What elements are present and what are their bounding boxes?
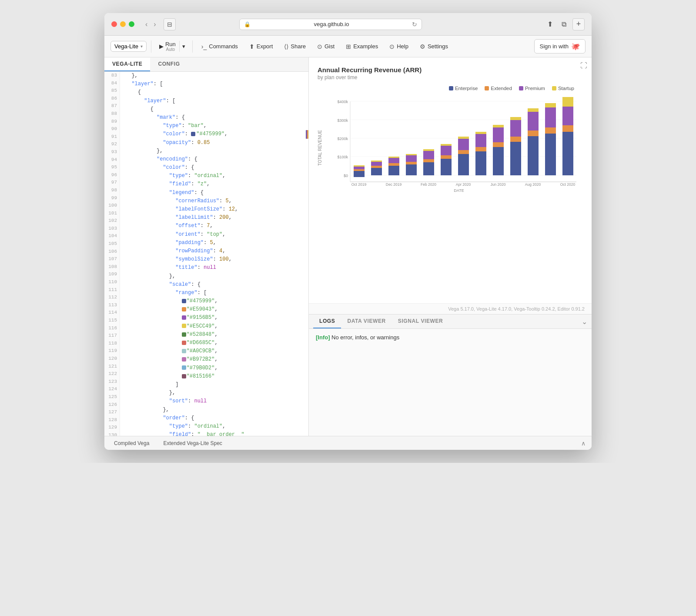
bar-sep20-extended: [545, 127, 556, 134]
tab-data-viewer[interactable]: DATA VIEWER: [341, 315, 392, 328]
bar-aug20-extended: [528, 131, 539, 136]
sidebar-toggle[interactable]: ⊟: [164, 18, 176, 30]
code-line-85: {: [125, 88, 303, 97]
ln-86: 86: [107, 95, 117, 103]
extended-spec-tab[interactable]: Extended Vega-Lite Spec: [160, 439, 225, 448]
share-button[interactable]: ⟨⟩ Share: [280, 41, 310, 52]
ln-108: 108: [107, 263, 117, 271]
run-button[interactable]: ▶ Run Auto ▾: [156, 39, 188, 54]
code-line-98: "cornerRadius": 5,: [125, 197, 303, 205]
maximize-button[interactable]: [129, 21, 134, 27]
code-line-126: "field": "__bar_order__": [125, 431, 303, 436]
version-bar: Vega 5.17.0, Vega-Lite 4.17.0, Vega-Tool…: [309, 304, 592, 314]
app-window: ‹ › ⊟ 🔒 vega.github.io ↻ ⬆ ⧉ + Vega-Lite…: [104, 13, 592, 450]
ln-106: 106: [107, 248, 117, 256]
back-button[interactable]: ‹: [143, 20, 150, 29]
share-page-button[interactable]: ⬆: [545, 18, 555, 30]
bar-dec19-startup: [388, 157, 399, 158]
bar-feb20-enterprise: [423, 162, 434, 175]
help-icon: ⊙: [389, 43, 395, 50]
examples-icon: ⊞: [346, 43, 351, 50]
bar-aug20-premium: [528, 112, 539, 131]
legend-premium: Premium: [519, 86, 545, 91]
code-line-99: "labelFontSize": 12,: [125, 205, 303, 214]
bar-apr20-premium: [458, 139, 469, 150]
code-line-116: "#A0C9CB",: [125, 347, 303, 355]
tab-vega-lite[interactable]: VEGA-LITE: [104, 57, 150, 71]
bar-may20-premium: [475, 134, 486, 147]
settings-button[interactable]: ⚙ Settings: [415, 41, 452, 52]
ln-101: 101: [107, 210, 117, 218]
chart-main: $400k $300k $200k $100k $0: [326, 97, 583, 198]
code-line-111: "#E59043",: [125, 305, 303, 314]
ln-110: 110: [107, 278, 117, 286]
bar-dec19-extended: [388, 163, 399, 166]
reload-icon[interactable]: ↻: [412, 21, 417, 28]
code-line-89: "type": "bar",: [125, 122, 303, 130]
ln-116: 116: [107, 325, 117, 332]
status-collapse-button[interactable]: ∧: [581, 440, 586, 447]
bar-feb20-startup: [423, 149, 434, 151]
ln-121: 121: [107, 363, 117, 371]
code-line-109: "range": [: [125, 289, 303, 297]
bar-oct20-startup: [562, 97, 573, 107]
bar-apr20-enterprise: [458, 154, 469, 175]
run-main[interactable]: ▶ Run Auto: [156, 39, 179, 54]
compiled-vega-tab[interactable]: Compiled Vega: [110, 439, 153, 448]
ln-94: 94: [107, 156, 117, 164]
code-line-108: "scale": {: [125, 281, 303, 289]
code-line-118: "#79B0D2",: [125, 364, 303, 372]
settings-icon: ⚙: [420, 43, 425, 50]
bar-aug20-startup: [528, 108, 539, 112]
legend-enterprise: Enterprise: [449, 86, 478, 91]
ln-95: 95: [107, 164, 117, 171]
svg-text:Dec 2019: Dec 2019: [386, 182, 402, 187]
code-line-95: "type": "ordinal",: [125, 172, 303, 180]
ln-83: 83: [107, 72, 117, 80]
gist-button[interactable]: ⊙ Gist: [313, 41, 339, 52]
favicon-icon: 🔒: [244, 21, 251, 27]
divider-2: [192, 40, 193, 53]
url-bar[interactable]: 🔒 vega.github.io ↻: [239, 19, 422, 30]
run-dropdown-arrow[interactable]: ▾: [179, 41, 188, 52]
chevron-down-icon: ▾: [141, 44, 143, 49]
ln-115: 115: [107, 317, 117, 325]
editor-pane: VEGA-LITE CONFIG 83 84 85 86 87 88 89 90…: [104, 57, 309, 436]
code-line-113: "#E5CC49",: [125, 322, 303, 331]
code-line-84: "layer": [: [125, 80, 303, 88]
bar-oct19-extended: [354, 169, 365, 171]
bar-jan20-startup: [406, 154, 417, 155]
forward-button[interactable]: ›: [151, 20, 158, 29]
bar-apr20-startup: [458, 137, 469, 139]
examples-button[interactable]: ⊞ Examples: [341, 41, 382, 52]
help-button[interactable]: ⊙ Help: [385, 41, 413, 52]
new-tab-button[interactable]: ⧉: [559, 18, 569, 30]
commands-button[interactable]: ›_ Commands: [197, 41, 242, 52]
svg-text:$100k: $100k: [337, 155, 348, 159]
code-content: }, "layer": [ { "layer": [ { "mark": { "…: [120, 72, 308, 436]
export-button[interactable]: ⬆ Export: [245, 41, 278, 52]
code-line-86: "layer": [: [125, 97, 303, 105]
tab-config[interactable]: CONFIG: [150, 57, 187, 71]
chart-legend: Enterprise Extended Premium Startup: [318, 86, 583, 91]
tab-logs[interactable]: LOGS: [313, 315, 341, 328]
code-editor[interactable]: 83 84 85 86 87 88 89 90 91 92 93 94 95 9…: [104, 72, 308, 436]
ln-111: 111: [107, 286, 117, 294]
add-tab-icon[interactable]: +: [572, 18, 585, 30]
tab-signal-viewer[interactable]: SIGNAL VIEWER: [392, 315, 449, 328]
line-numbers: 83 84 85 86 87 88 89 90 91 92 93 94 95 9…: [104, 72, 120, 436]
gist-icon: ⊙: [317, 43, 322, 50]
signin-button[interactable]: Sign in with 🐙: [534, 39, 586, 54]
fullscreen-button[interactable]: ⛶: [580, 62, 587, 70]
svg-text:$0: $0: [344, 174, 348, 178]
bar-nov19-extended: [371, 166, 382, 168]
panel-collapse-button[interactable]: ⌄: [582, 318, 587, 326]
ln-126: 126: [107, 401, 117, 409]
ln-84: 84: [107, 80, 117, 87]
ln-128: 128: [107, 416, 117, 424]
vega-lite-selector[interactable]: Vega-Lite ▾: [110, 41, 147, 52]
chart-subtitle: by plan over time: [318, 74, 583, 80]
bar-nov19-startup: [371, 161, 382, 162]
close-button[interactable]: [111, 21, 117, 27]
minimize-button[interactable]: [120, 21, 126, 27]
